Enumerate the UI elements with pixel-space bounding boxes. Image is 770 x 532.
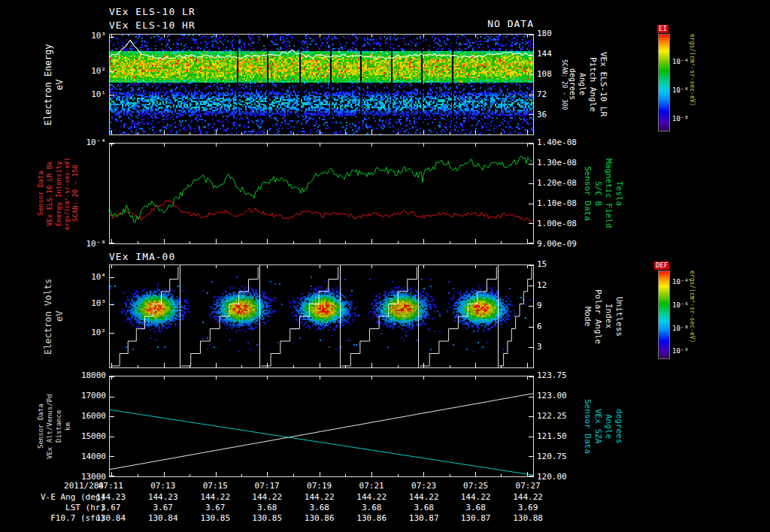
panel3-title: VEx IMA-00 [109, 251, 175, 262]
ephem-left-label-col: VEx Alt/Venus/Pd [47, 376, 54, 477]
axis-tick-label: 10³ [67, 32, 106, 41]
els-colorbar-tick: 10⁻⁸ [672, 114, 689, 123]
ephemeris-row-label: LST (hr) [21, 503, 105, 512]
axis-tick-label: 1.10e-08 [537, 199, 584, 208]
time-tick-label: 07:19 [307, 482, 332, 491]
bfield-left-label-col: Sensor Data [38, 143, 45, 244]
ephemeris-row-value: 144.22 [305, 493, 335, 502]
els-right-label: SCAN: 20 - 300degreesAnglePitch AngleVEx… [560, 34, 608, 135]
bfield-line-canvas [110, 144, 533, 243]
axis-tick-label: 123.75 [537, 371, 584, 380]
axis-tick-label: 1.00e-08 [537, 219, 584, 228]
ephemeris-row-value: 144.22 [356, 493, 387, 502]
ima-colorbar-tick: 10⁻⁴ [672, 277, 689, 286]
ephem-right-label-col: Angle [604, 376, 613, 477]
bfield-left-label-col: ergs/(cm²-sr-sec-eV) [65, 143, 71, 244]
ima-right-label-col: Unitless [614, 264, 623, 368]
ephemeris-line-panel [109, 376, 534, 477]
ephemeris-row-value: 144.23 [95, 493, 126, 502]
els-colorbar-tick: 10⁻⁶ [672, 86, 689, 95]
time-tick-label: 07:21 [359, 482, 384, 491]
ephemeris-row-value: 3.68 [465, 503, 486, 512]
axis-tick-label: 1.40e-08 [537, 138, 584, 147]
bfield-left-label-col: SCAN: 20 - 150 [72, 143, 80, 244]
ima-colorbar-tick: 10⁻⁹ [672, 346, 689, 355]
ima-colorbar-units: ergs/(cm²-sr-sec-eV) [689, 271, 695, 359]
ephemeris-row-value: 3.68 [309, 503, 329, 512]
ephem-right-label-col: degrees [614, 376, 623, 477]
els-colorbar-title: EI [657, 25, 668, 33]
els-spectrogram-panel [109, 34, 534, 135]
axis-tick-label: 18000 [67, 371, 106, 380]
axis-tick-label: 16000 [67, 412, 106, 421]
bfield-right-label: Sensor DataS/C BMagnetic FieldTesla [583, 143, 623, 244]
ephemeris-row-value: 144.22 [409, 493, 439, 502]
axis-tick-label: 15 [537, 260, 584, 269]
els-right-label-col: degrees [568, 34, 577, 135]
no-data-label: NO DATA [383, 18, 534, 29]
ima-ylabel: Electron VoltseV [44, 264, 65, 368]
els-colorbar [658, 34, 670, 131]
ima-colorbar-title: DEF [654, 261, 669, 270]
panel1-title-line2: VEx ELS-10 HR [109, 20, 196, 31]
panel1-title-line1: VEx ELS-10 LR [109, 6, 196, 17]
axis-tick-label: 123.00 [537, 391, 584, 401]
axis-tick-label: 6 [537, 322, 584, 331]
ephemeris-row-value: 130.87 [409, 514, 439, 523]
ephemeris-row-value: 3.68 [414, 503, 434, 512]
ephem-left-label-col: km [65, 376, 72, 477]
axis-tick-label: 10¹ [67, 90, 106, 99]
els-spectrogram-canvas [110, 35, 533, 135]
axis-tick-label: 9.00e-09 [537, 240, 584, 249]
time-tick-label: 07:15 [203, 482, 228, 491]
ima-right-label-col: Mode [583, 264, 592, 368]
axis-tick-label: 10² [67, 328, 106, 337]
ephemeris-line-canvas [110, 376, 533, 476]
ephemeris-row-value: 130.85 [200, 514, 230, 523]
ima-colorbar-tick: 10⁻⁶ [672, 301, 689, 310]
axis-tick-label: 120.00 [537, 473, 584, 482]
axis-tick-label: 10⁴ [67, 273, 106, 282]
axis-tick-label: 121.50 [537, 432, 584, 441]
ima-ylabel-col: Electron Volts [44, 264, 53, 368]
ima-right-label: ModePolar AngleIndexUnitless [583, 264, 623, 368]
axis-tick-label: 10² [67, 67, 106, 76]
ephemeris-row-value: 130.87 [461, 514, 491, 523]
axis-tick-label: 10³ [67, 299, 106, 308]
axis-tick-label: 122.25 [537, 412, 584, 421]
ima-spectrogram-canvas [110, 265, 533, 367]
time-tick-label: 07:13 [150, 482, 175, 491]
bfield-line-panel [109, 143, 534, 244]
tplot-display: VEx ELS-10 LR VEx ELS-10 HR NO DATA VEx … [0, 0, 770, 532]
ephemeris-row-value: 3.69 [518, 503, 538, 512]
axis-tick-label: 14000 [67, 452, 106, 461]
time-tick-label: 07:27 [516, 482, 541, 491]
bfield-left-label-col: VEx ELS-10 LR Bk [47, 143, 54, 244]
date-label: 2011/284 [47, 482, 104, 491]
ephem-right-label-col: Sensor Data [583, 376, 592, 477]
bfield-right-label-col: Tesla [614, 143, 623, 244]
els-ylabel: Electron EnergyeV [44, 34, 65, 135]
ephemeris-row-value: 130.84 [95, 514, 126, 523]
bfield-right-label-col: Sensor Data [583, 143, 592, 244]
axis-tick-label: 1.30e-08 [537, 159, 584, 168]
ephemeris-row-value: 144.22 [461, 493, 491, 502]
bfield-left-label: Sensor DataVEx ELS-10 LR BkEnergy Intens… [38, 143, 80, 244]
ephemeris-row-value: 144.22 [252, 493, 282, 502]
els-colorbar-units: ergs/(cm²-sr-sec-eV) [689, 34, 695, 131]
ephemeris-row-value: 3.68 [362, 503, 382, 512]
axis-tick-label: 3 [537, 343, 584, 352]
ephemeris-row-value: 130.86 [356, 514, 387, 523]
ima-colorbar [658, 271, 670, 359]
bfield-right-label-col: Magnetic Field [604, 143, 613, 244]
time-tick-label: 07:23 [411, 482, 436, 491]
ephem-left-label-col: Distance [56, 376, 63, 477]
ima-right-label-col: Index [604, 264, 613, 368]
ephemeris-row-value: 130.86 [305, 514, 335, 523]
ima-right-label-col: Polar Angle [593, 264, 602, 368]
ephemeris-row-value: 3.68 [257, 503, 277, 512]
time-tick-label: 07:25 [463, 482, 488, 491]
ephemeris-row-value: 3.67 [205, 503, 226, 512]
ephemeris-row-value: 130.84 [148, 514, 178, 523]
els-right-label-col: SCAN: 20 - 300 [560, 34, 567, 135]
